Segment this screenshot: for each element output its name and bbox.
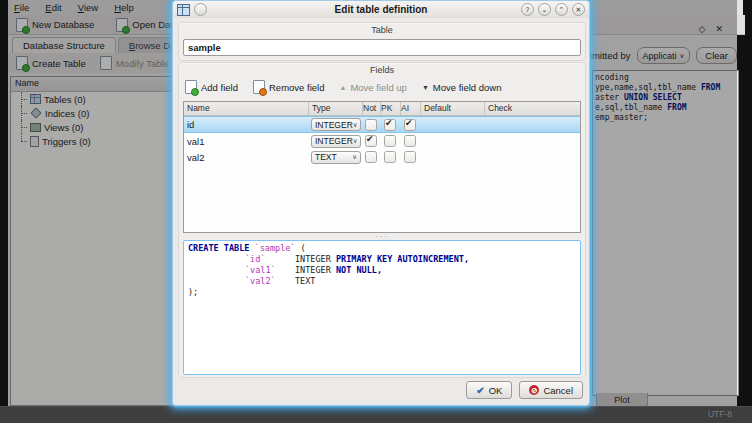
add-field-button[interactable]: Add field — [185, 80, 238, 94]
help-button[interactable]: ? — [521, 3, 534, 16]
ai-cell — [400, 149, 420, 165]
tree-item-views[interactable]: Views (0) — [11, 120, 173, 134]
cancel-label: Cancel — [543, 385, 573, 396]
tree-item-label: Tables (0) — [44, 94, 86, 105]
menu-view[interactable]: View — [78, 2, 98, 13]
triggers-icon — [30, 136, 39, 147]
check-cell[interactable] — [484, 133, 580, 149]
check-cell[interactable] — [484, 149, 580, 165]
minimize-button[interactable]: ⌄ — [538, 3, 551, 16]
dialog-titlebar[interactable]: Edit table definition ? ⌄ ⌃ ✕ — [173, 1, 589, 18]
default-cell[interactable] — [420, 133, 484, 149]
field-type-cell: INTEGER ∨ — [308, 133, 362, 149]
sql-log-controls: submitted by Applicati ∨ Clear — [577, 47, 737, 64]
not-null-cell — [362, 133, 380, 149]
close-button[interactable]: ✕ — [572, 3, 585, 16]
pk-checkbox[interactable] — [384, 151, 396, 163]
move-field-down-button[interactable]: ▼ Move field down — [422, 82, 502, 93]
create-table-button[interactable]: Create Table — [16, 56, 86, 70]
default-cell[interactable] — [420, 149, 484, 165]
clear-log-button[interactable]: Clear — [696, 47, 737, 64]
menu-file[interactable]: File — [14, 2, 29, 13]
not-null-checkbox[interactable] — [365, 119, 377, 131]
type-select[interactable]: INTEGER ∨ — [311, 118, 361, 131]
views-icon — [30, 123, 41, 132]
column-header-check[interactable]: Check — [484, 102, 580, 115]
field-name-cell[interactable]: val1 — [184, 133, 308, 149]
sql-preview[interactable]: CREATE TABLE `sample` ( `id`INTEGER PRIM… — [183, 240, 581, 375]
not-null-checkbox[interactable] — [365, 151, 377, 163]
field-row-val1[interactable]: val1 INTEGER ∨ — [184, 133, 580, 149]
type-value: TEXT — [315, 152, 337, 162]
type-value: INTEGER — [315, 120, 353, 130]
maximize-button[interactable]: ⌃ — [555, 3, 568, 16]
type-select[interactable]: TEXT ∨ — [311, 151, 361, 164]
ai-checkbox[interactable] — [404, 119, 416, 131]
column-header-default[interactable]: Default — [420, 102, 484, 115]
create-table-label: Create Table — [32, 58, 86, 69]
not-null-checkbox[interactable] — [365, 135, 377, 147]
indices-icon — [30, 107, 41, 118]
create-table-icon — [16, 56, 28, 70]
move-field-up-button: ▲ Move field up — [339, 82, 406, 93]
menu-help[interactable]: Help — [114, 2, 134, 13]
log-filter-select[interactable]: Applicati ∨ — [637, 47, 691, 64]
dialog-actions: ✔ OK ⊘ Cancel — [466, 381, 583, 399]
tree-item-tables[interactable]: Tables (0) — [11, 92, 173, 106]
tree-item-triggers[interactable]: Triggers (0) — [11, 134, 173, 148]
field-name-cell[interactable]: id — [184, 117, 308, 132]
menu-edit[interactable]: Edit — [45, 2, 61, 13]
check-cell[interactable] — [484, 117, 580, 132]
fields-grid: Name Type Not PK AI Default Check id INT… — [183, 101, 581, 233]
dock-close-icon[interactable]: ✕ — [715, 24, 723, 34]
default-cell[interactable] — [420, 117, 484, 132]
field-row-val2[interactable]: val2 TEXT ∨ — [184, 149, 580, 165]
field-type-cell: TEXT ∨ — [308, 149, 362, 165]
titlebar-buttons: ? ⌄ ⌃ ✕ — [521, 3, 585, 16]
tab-plot[interactable]: Plot — [596, 393, 648, 407]
tree-item-label: Indices (0) — [45, 108, 89, 119]
tree-elbow — [17, 92, 27, 106]
table-group: Table sample — [178, 22, 586, 61]
field-name-cell[interactable]: val2 — [184, 149, 308, 165]
ok-button[interactable]: ✔ OK — [466, 381, 512, 399]
tree-elbow — [17, 134, 27, 148]
table-name-input[interactable]: sample — [183, 39, 581, 56]
sql-log-text[interactable]: ncoding ype,name,sql,tbl_name FROM aster… — [592, 70, 739, 396]
tree-header-name[interactable]: Name — [11, 77, 173, 92]
remove-field-label: Remove field — [269, 82, 324, 93]
new-database-icon — [16, 18, 28, 32]
ai-cell — [400, 117, 420, 132]
splitter-handle[interactable]: ··· — [183, 233, 581, 239]
encoding-status: UTF-8 — [708, 409, 732, 419]
arrow-up-icon: ▲ — [339, 84, 346, 91]
pk-checkbox[interactable] — [384, 119, 396, 131]
fields-group-title: Fields — [179, 63, 585, 75]
screen: File Edit View Help New Database Open Da… — [0, 0, 752, 423]
ai-checkbox[interactable] — [404, 135, 416, 147]
pk-checkbox[interactable] — [384, 135, 396, 147]
dock-float-icon[interactable]: ◇ — [699, 24, 706, 34]
tab-database-structure[interactable]: Database Structure — [12, 37, 116, 53]
field-row-id[interactable]: id INTEGER ∨ — [184, 116, 580, 133]
move-field-up-label: Move field up — [350, 82, 407, 93]
column-header-pk[interactable]: PK — [380, 102, 400, 115]
tree-item-label: Triggers (0) — [42, 136, 91, 147]
column-header-type[interactable]: Type — [308, 102, 362, 115]
remove-field-button[interactable]: Remove field — [253, 80, 324, 94]
not-null-cell — [362, 117, 380, 132]
tree-item-indices[interactable]: Indices (0) — [11, 106, 173, 120]
new-database-button[interactable]: New Database — [16, 18, 94, 32]
sql-line: `val2`TEXT — [188, 276, 580, 287]
ai-checkbox[interactable] — [404, 151, 416, 163]
log-line: aster UNION SELECT — [595, 93, 738, 103]
log-filter-value: Applicati — [643, 51, 677, 61]
pk-cell — [380, 117, 400, 132]
type-select[interactable]: INTEGER ∨ — [311, 135, 361, 148]
column-header-name[interactable]: Name — [184, 102, 308, 115]
column-header-not[interactable]: Not — [362, 102, 380, 115]
cancel-button[interactable]: ⊘ Cancel — [519, 381, 583, 399]
status-bar: UTF-8 — [0, 406, 752, 423]
column-header-ai[interactable]: AI — [400, 102, 420, 115]
open-database-icon — [116, 18, 128, 32]
